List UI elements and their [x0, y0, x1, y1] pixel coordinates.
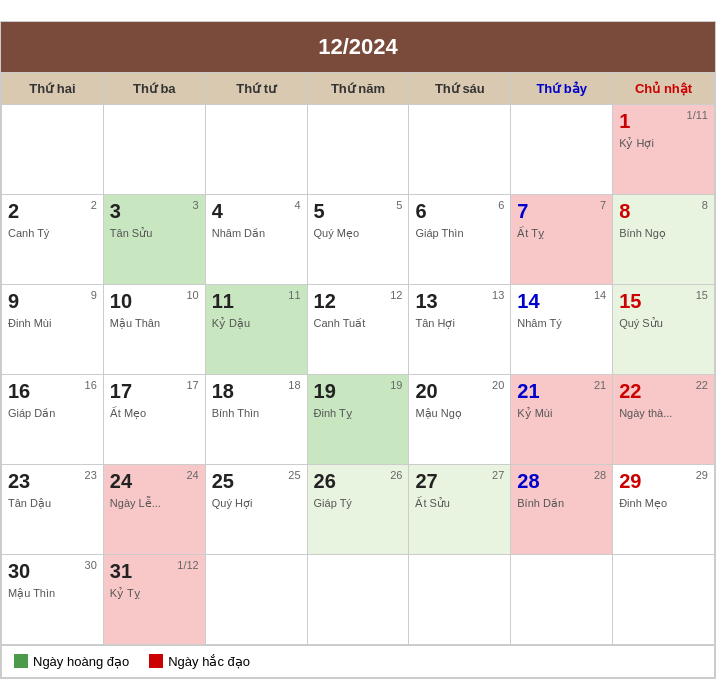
lunar-number: 26	[390, 469, 402, 481]
lunar-name: Đinh Tỵ	[314, 407, 403, 420]
day-cell: 2222Ngày thà...	[613, 375, 715, 465]
day-cell: 1313Tân Hợi	[409, 285, 511, 375]
day-number: 5	[314, 199, 403, 223]
day-cell: 1616Giáp Dần	[2, 375, 104, 465]
day-cell: 1818Bính Thìn	[206, 375, 308, 465]
lunar-name: Canh Tý	[8, 227, 97, 239]
lunar-number: 18	[288, 379, 300, 391]
lunar-name: Tân Sửu	[110, 227, 199, 240]
lunar-name: Kỷ Mùi	[517, 407, 606, 420]
day-cell: 1515Quý Sửu	[613, 285, 715, 375]
day-cell	[308, 555, 410, 645]
lunar-name: Mậu Thìn	[8, 587, 97, 600]
lunar-number: 14	[594, 289, 606, 301]
day-cell: 22Canh Tý	[2, 195, 104, 285]
day-number: 29	[619, 469, 708, 493]
weekday-header: Thứ hai	[2, 73, 104, 105]
day-cell: 99Đinh Mùi	[2, 285, 104, 375]
day-number: 24	[110, 469, 199, 493]
day-cell	[104, 105, 206, 195]
lunar-number: 19	[390, 379, 402, 391]
lunar-name: Ngày Lễ...	[110, 497, 199, 510]
lunar-number: 27	[492, 469, 504, 481]
lunar-name: Bính Thìn	[212, 407, 301, 419]
lunar-number: 2	[91, 199, 97, 211]
lunar-name: Mậu Ngọ	[415, 407, 504, 420]
day-cell	[206, 555, 308, 645]
day-cell: 66Giáp Thìn	[409, 195, 511, 285]
lunar-number: 10	[186, 289, 198, 301]
lunar-name: Đinh Mẹo	[619, 497, 708, 510]
day-number: 22	[619, 379, 708, 403]
day-number: 21	[517, 379, 606, 403]
day-number: 25	[212, 469, 301, 493]
legend-green-label: Ngày hoàng đạo	[33, 654, 129, 669]
lunar-name: Tân Hợi	[415, 317, 504, 330]
day-cell: 1/111Kỷ Hợi	[613, 105, 715, 195]
legend-red: Ngày hắc đạo	[149, 654, 250, 669]
day-cell: 77Ất Tỵ	[511, 195, 613, 285]
day-cell: 1/1231Kỷ Tỵ	[104, 555, 206, 645]
legend-green-box	[14, 654, 28, 668]
day-cell: 1717Ất Mẹo	[104, 375, 206, 465]
day-cell: 2525Quý Hợi	[206, 465, 308, 555]
day-number: 19	[314, 379, 403, 403]
day-cell: 1414Nhâm Tý	[511, 285, 613, 375]
weekday-header: Chủ nhật	[613, 73, 715, 105]
lunar-number: 1/11	[687, 109, 708, 121]
day-cell: 2727Ất Sửu	[409, 465, 511, 555]
day-number: 9	[8, 289, 97, 313]
lunar-number: 5	[396, 199, 402, 211]
day-cell: 2121Kỷ Mùi	[511, 375, 613, 465]
lunar-number: 4	[294, 199, 300, 211]
lunar-number: 9	[91, 289, 97, 301]
calendar-title: 12/2024	[318, 34, 398, 59]
lunar-number: 16	[85, 379, 97, 391]
weekday-header: Thứ tư	[206, 73, 308, 105]
day-number: 23	[8, 469, 97, 493]
day-cell: 1212Canh Tuất	[308, 285, 410, 375]
lunar-name: Giáp Tý	[314, 497, 403, 509]
lunar-number: 3	[193, 199, 199, 211]
lunar-name: Đinh Mùi	[8, 317, 97, 329]
day-cell	[2, 105, 104, 195]
lunar-number: 28	[594, 469, 606, 481]
lunar-name: Tân Dậu	[8, 497, 97, 510]
day-cell: 55Quý Mẹo	[308, 195, 410, 285]
day-number: 13	[415, 289, 504, 313]
day-cell: 2323Tân Dậu	[2, 465, 104, 555]
lunar-name: Nhâm Dần	[212, 227, 301, 240]
day-number: 30	[8, 559, 97, 583]
day-cell: 2828Bính Dần	[511, 465, 613, 555]
legend: Ngày hoàng đạo Ngày hắc đạo	[1, 645, 715, 678]
lunar-number: 21	[594, 379, 606, 391]
lunar-number: 20	[492, 379, 504, 391]
lunar-name: Bính Ngọ	[619, 227, 708, 240]
day-cell	[308, 105, 410, 195]
day-cell: 88Bính Ngọ	[613, 195, 715, 285]
lunar-name: Kỷ Tỵ	[110, 587, 199, 600]
lunar-name: Kỷ Hợi	[619, 137, 708, 150]
lunar-number: 12	[390, 289, 402, 301]
day-cell	[511, 555, 613, 645]
lunar-number: 25	[288, 469, 300, 481]
day-number: 15	[619, 289, 708, 313]
lunar-name: Nhâm Tý	[517, 317, 606, 329]
lunar-number: 30	[85, 559, 97, 571]
day-number: 6	[415, 199, 504, 223]
legend-red-label: Ngày hắc đạo	[168, 654, 250, 669]
lunar-name: Ất Mẹo	[110, 407, 199, 420]
day-cell: 2424Ngày Lễ...	[104, 465, 206, 555]
day-number: 12	[314, 289, 403, 313]
lunar-number: 17	[186, 379, 198, 391]
lunar-name: Kỷ Dậu	[212, 317, 301, 330]
lunar-number: 7	[600, 199, 606, 211]
day-cell	[409, 555, 511, 645]
day-cell: 2626Giáp Tý	[308, 465, 410, 555]
lunar-number: 13	[492, 289, 504, 301]
day-number: 7	[517, 199, 606, 223]
lunar-name: Mậu Thân	[110, 317, 199, 330]
day-number: 2	[8, 199, 97, 223]
lunar-number: 23	[85, 469, 97, 481]
day-number: 27	[415, 469, 504, 493]
